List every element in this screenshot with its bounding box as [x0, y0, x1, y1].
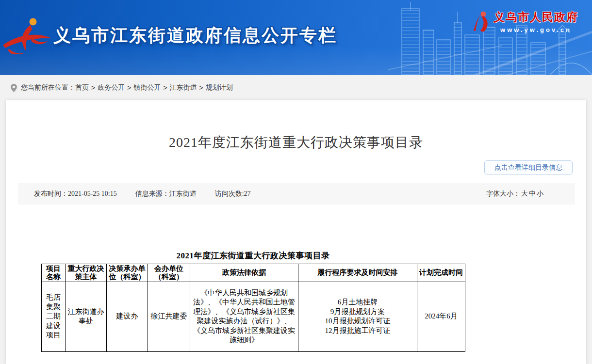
table-header-row: 项目名称 重大行政决策主体 决策承办单位（科室） 会办单位（科室） 政策法律依据…: [42, 264, 465, 282]
breadcrumb-separator: >: [199, 84, 203, 92]
header-project-name: 项目名称: [42, 264, 66, 282]
breadcrumb-separator: >: [127, 84, 131, 92]
font-size-small[interactable]: 小: [537, 190, 543, 198]
gov-url: www.yw.gov.cn: [493, 26, 578, 33]
visit-count: 访问次数:27: [215, 190, 251, 198]
breadcrumb-item-jiangdong[interactable]: 江东街道: [170, 83, 197, 92]
font-size-label: 字体大小：: [486, 190, 520, 198]
gov-logo-icon: [471, 11, 490, 33]
header-co-organizer: 会办单位（科室）: [148, 264, 190, 282]
table-row: 毛店集聚二期建设项目 江东街道办事处 建设办 徐江共建委 《中华人民共和国城乡规…: [42, 282, 465, 351]
cell-project-name: 毛店集聚二期建设项目: [42, 282, 66, 351]
decision-table-block: 2021年度江东街道重大行政决策事项目录 项目名称 重大行政决策主体 决策承办单…: [41, 250, 465, 352]
breadcrumb-separator: >: [91, 84, 95, 92]
breadcrumb-item-zhengwu[interactable]: 政务公开: [98, 83, 125, 92]
breadcrumb: 您当前所在位置： 首页 > 政务公开 > 镇街公开 > 江东街道 > 规划计划: [0, 75, 592, 100]
header-undertaking-unit: 决策承办单位（科室）: [107, 264, 148, 282]
breadcrumb-item-zhenjie[interactable]: 镇街公开: [133, 83, 161, 92]
cell-completion-time: 2024年6月: [417, 282, 465, 351]
font-size-large[interactable]: 大: [521, 190, 528, 198]
info-source: 信息来源：江东街道: [135, 190, 197, 198]
top-banner: 义乌市江东街道政府信息公开专栏 义乌市人民政府 www.yw.gov.cn: [0, 0, 592, 75]
site-logo-icon: [3, 16, 53, 54]
header-schedule: 履行程序要求及时间安排: [298, 264, 417, 282]
cell-co-organizer: 徐江共建委: [148, 282, 190, 351]
breadcrumb-label: 您当前所在位置：: [21, 83, 75, 92]
table-title: 2021年度江东街道重大行政决策事项目录: [41, 250, 465, 261]
breadcrumb-item-home[interactable]: 首页: [75, 83, 89, 92]
cell-schedule: 6月土地挂牌 9月报批规划方案 10月报批规划许可证 12月报批施工许可证: [298, 282, 417, 351]
header-legal-basis: 政策法律依据: [190, 264, 298, 282]
site-title: 义乌市江东街道政府信息公开专栏: [53, 24, 337, 47]
font-size-widget: 字体大小： 大 中 小: [486, 190, 575, 198]
gov-name: 义乌市人民政府: [493, 10, 578, 25]
content-card: 2021年度江东街道重大行政决策事项目录 点击查看详细目录信息 发布时间：202…: [6, 100, 586, 364]
cell-legal-basis: 《中华人民共和国城乡规划法》、《中华人民共和国土地管理法》、《义乌市城乡新社区集…: [190, 282, 298, 351]
cell-undertaking-unit: 建设办: [107, 282, 148, 351]
gov-portal-link[interactable]: 义乌市人民政府 www.yw.gov.cn: [471, 10, 578, 33]
article-meta-bar: 发布时间：2021-05-25 10:15 信息来源：江东街道 访问次数:27 …: [18, 183, 575, 205]
header-completion-time: 计划完成时间: [417, 264, 465, 282]
font-size-medium[interactable]: 中: [529, 190, 536, 198]
article-title: 2021年度江东街道重大行政决策事项目录: [6, 133, 586, 152]
cell-decision-subject: 江东街道办事处: [66, 282, 107, 351]
header-decision-subject: 重大行政决策主体: [66, 264, 107, 282]
breadcrumb-separator: >: [163, 84, 167, 92]
breadcrumb-item-current: 规划计划: [206, 83, 233, 92]
view-detail-button[interactable]: 点击查看详细目录信息: [484, 160, 573, 174]
publish-time: 发布时间：2021-05-25 10:15: [34, 190, 117, 198]
decision-records-table: 项目名称 重大行政决策主体 决策承办单位（科室） 会办单位（科室） 政策法律依据…: [41, 264, 465, 352]
location-pin-icon: [11, 84, 17, 92]
